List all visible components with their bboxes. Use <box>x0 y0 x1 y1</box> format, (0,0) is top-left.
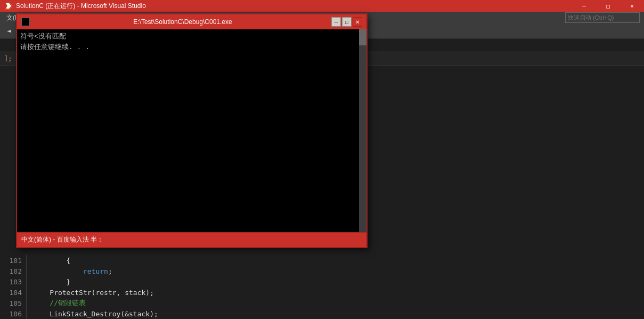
console-close-btn[interactable]: ✕ <box>353 17 362 27</box>
line-103: 103 <box>0 276 26 287</box>
console-statusbar: 中文(简体) - 百度输入法 半： <box>17 232 366 247</box>
console-maximize-btn[interactable]: □ <box>342 17 352 27</box>
line-numbers: 101 102 103 104 105 106 <box>0 255 27 319</box>
console-app-icon <box>21 18 30 26</box>
code-line-104: ProtectStr(restr, stack); <box>27 287 644 298</box>
console-scrollbar[interactable] <box>359 29 366 232</box>
console-minimize-btn[interactable]: ─ <box>331 17 341 27</box>
quick-launch-input[interactable] <box>565 12 640 23</box>
line-102: 102 <box>0 266 26 276</box>
console-titlebar: E:\Test\SolutionC\Debug\C001.exe ─ □ ✕ <box>17 14 366 29</box>
maximize-button[interactable]: □ <box>596 0 620 12</box>
line-104: 104 <box>0 287 26 298</box>
code-line-105: //销毁链表 <box>27 298 644 308</box>
code-line-102: return ; <box>27 266 644 276</box>
console-content: 符号<没有匹配 请按任意键继续. . . <box>17 29 366 232</box>
vs-logo-icon <box>4 2 13 10</box>
code-line-101: { <box>27 255 644 266</box>
toolbar-back-btn[interactable]: ◄ <box>3 25 15 37</box>
console-window-controls: ─ □ ✕ <box>331 17 362 27</box>
close-button[interactable]: ✕ <box>620 0 644 12</box>
console-line-1: 符号<没有匹配 <box>20 31 363 42</box>
line-105: 105 <box>0 298 26 308</box>
window-controls: ─ □ ✕ <box>572 0 644 12</box>
code-line-103: } <box>27 276 644 287</box>
console-status-text: 中文(简体) - 百度输入法 半： <box>21 235 103 244</box>
console-title-text: E:\Test\SolutionC\Debug\C001.exe <box>34 18 331 26</box>
code-content[interactable]: { return ; } ProtectStr(restr, stack); /… <box>27 255 644 319</box>
vs-title: SolutionC (正在运行) - Microsoft Visual Stud… <box>16 2 146 11</box>
console-line-2: 请按任意键继续. . . <box>20 42 363 53</box>
line-106: 106 <box>0 308 26 319</box>
console-scrollbar-thumb[interactable] <box>359 29 366 45</box>
console-window: E:\Test\SolutionC\Debug\C001.exe ─ □ ✕ 符… <box>16 13 368 248</box>
line-101: 101 <box>0 255 26 266</box>
minimize-button[interactable]: ─ <box>572 0 596 12</box>
vs-titlebar: SolutionC (正在运行) - Microsoft Visual Stud… <box>0 0 644 12</box>
toolbar-right <box>565 12 644 23</box>
code-line-106: LinkStack_Destroy(&stack); <box>27 308 644 319</box>
